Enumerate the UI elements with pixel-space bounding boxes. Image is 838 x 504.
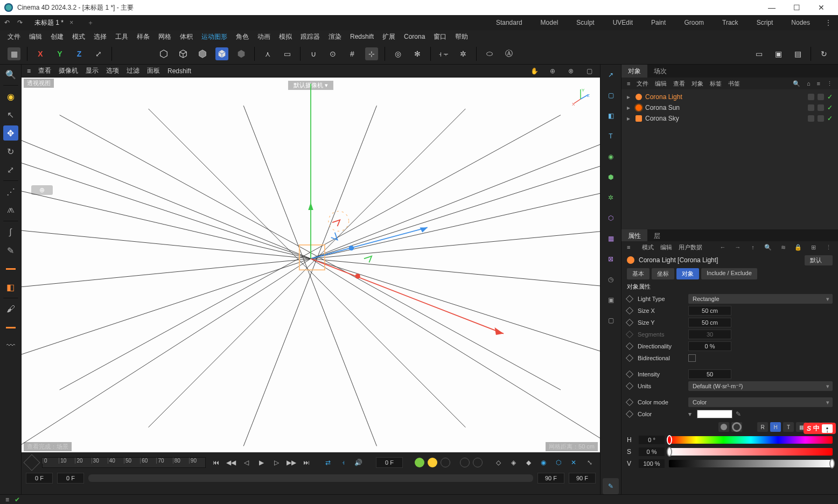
menu-redshift[interactable]: Redshift	[350, 33, 374, 40]
extrude-icon[interactable]: ◧	[3, 279, 18, 295]
refresh-icon[interactable]: ↻	[818, 47, 830, 60]
zoom-icon[interactable]: ⊕	[547, 67, 558, 75]
loop-icon[interactable]: ⇄	[322, 457, 334, 468]
k1-icon[interactable]: ◇	[492, 457, 504, 468]
rotate-icon[interactable]: ↻	[3, 144, 18, 159]
cluster-tool-icon[interactable]: ⬢	[603, 169, 619, 185]
tab-attributes[interactable]: 属性	[621, 229, 647, 241]
val-slider[interactable]	[669, 460, 833, 467]
subtab-object[interactable]: 对象	[676, 268, 699, 279]
color-mode-t[interactable]: T	[783, 422, 794, 432]
object-row[interactable]: ▸ Corona Light ✓	[627, 92, 833, 102]
annotation-icon[interactable]: Ⓐ	[502, 47, 515, 60]
expand-icon[interactable]: ▸	[627, 93, 632, 101]
obj-menu-file[interactable]: 文件	[637, 80, 648, 88]
camera-tool-icon[interactable]: ▣	[603, 292, 619, 308]
expand-icon[interactable]: ▾	[688, 410, 694, 418]
expand-icon[interactable]: ▸	[627, 104, 632, 111]
point-tool-icon[interactable]: ◉	[603, 149, 619, 165]
plane-icon[interactable]: ▭	[281, 47, 294, 60]
paint-icon[interactable]: 🖌	[3, 302, 18, 317]
goto-end-icon[interactable]: ⏭	[301, 457, 312, 468]
clock-tool-icon[interactable]: ◷	[603, 271, 619, 288]
sound-icon[interactable]: 🔊	[352, 457, 364, 468]
mode-uvedit[interactable]: UVEdit	[607, 17, 638, 29]
attr-more-icon[interactable]: ⋮	[824, 244, 833, 251]
screen-tool-icon[interactable]: ▢	[603, 312, 619, 328]
magnet-icon[interactable]: ∪	[307, 47, 320, 60]
more-menu-icon[interactable]: ⋮	[823, 17, 834, 29]
menu-extensions[interactable]: 扩展	[382, 32, 395, 41]
quantize-icon[interactable]: ⊹	[365, 47, 378, 60]
visibility-toggle[interactable]	[808, 94, 814, 100]
tab-layers[interactable]: 层	[647, 229, 667, 241]
object-tree[interactable]: ▸ Corona Light ✓ ▸ Corona Sun ✓ ▸ Corona…	[621, 89, 838, 229]
timeline-scrub[interactable]	[88, 474, 533, 482]
attr-hamburger-icon[interactable]: ≡	[627, 244, 636, 250]
color-mode-h[interactable]: H	[770, 422, 781, 432]
edit-tool-icon[interactable]: ✎	[603, 478, 619, 494]
vp-menu-view[interactable]: 查看	[38, 66, 51, 75]
size-x-field[interactable]: 50 cm	[688, 306, 731, 316]
keyframe-diamond-icon[interactable]	[626, 410, 633, 418]
close-tab-icon[interactable]: ×	[69, 19, 73, 26]
mode-script[interactable]: Script	[751, 17, 779, 29]
subtab-basic[interactable]: 基本	[627, 268, 650, 279]
knife-icon[interactable]: ✎	[3, 243, 18, 258]
play-icon[interactable]: ▶	[255, 457, 267, 468]
picture-viewer-icon[interactable]: ▣	[772, 47, 785, 60]
vp-menu-camera[interactable]: 摄像机	[59, 66, 78, 75]
minimize-button[interactable]: —	[759, 0, 784, 15]
next-key-icon[interactable]: ▶▶	[285, 457, 297, 468]
timeline-collapse-icon[interactable]: ⤡	[584, 457, 596, 468]
attr-search-icon[interactable]: 🔍	[764, 244, 772, 251]
orbit-icon[interactable]: ⊗	[565, 67, 576, 75]
visibility-toggle[interactable]	[808, 104, 814, 111]
rec-key2-icon[interactable]	[473, 458, 483, 467]
menu-edit[interactable]: 编辑	[29, 32, 42, 41]
obj-more-icon[interactable]: ⋮	[827, 80, 833, 87]
status-hamburger-icon[interactable]: ≡	[5, 496, 9, 503]
render-settings-icon[interactable]: ▤	[791, 47, 804, 60]
mode-model[interactable]: Model	[535, 17, 564, 29]
k3-icon[interactable]: ◆	[522, 457, 534, 468]
world-axis-icon[interactable]: ⤢	[92, 47, 105, 60]
sat-slider[interactable]	[669, 448, 833, 456]
enabled-check-icon[interactable]: ✓	[827, 93, 833, 101]
attr-menu-edit[interactable]: 编辑	[660, 243, 672, 251]
keyframe-diamond-icon[interactable]	[626, 398, 633, 406]
color-swatch[interactable]	[697, 410, 732, 418]
obj-menu-view[interactable]: 查看	[673, 80, 685, 88]
cube-solid-icon[interactable]	[215, 47, 228, 60]
mode-groom[interactable]: Groom	[679, 17, 709, 29]
rect-tool-icon[interactable]: ▢	[603, 87, 619, 103]
vp-menu-redshift[interactable]: Redshift	[167, 67, 191, 75]
rec-key1-icon[interactable]	[460, 458, 470, 467]
grid-tool-icon[interactable]: ▦	[603, 230, 619, 247]
attr-filter-icon[interactable]: ≋	[779, 244, 787, 251]
color-mode-select[interactable]: Color	[688, 397, 833, 407]
snap-icon[interactable]: ⊙	[326, 47, 339, 60]
vp-menu-panel[interactable]: 面板	[147, 66, 160, 75]
directionality-field[interactable]: 0 %	[688, 341, 731, 351]
maximize-viewport-icon[interactable]: ▢	[584, 67, 595, 75]
mode-paint[interactable]: Paint	[646, 17, 671, 29]
keyframe-diamond-icon[interactable]	[626, 382, 633, 390]
nav-fwd-icon[interactable]: →	[734, 244, 742, 250]
v-value-field[interactable]: 100 %	[639, 459, 665, 468]
visibility-toggle[interactable]	[808, 115, 814, 122]
step-back-icon[interactable]: ◁	[240, 457, 252, 468]
menu-help[interactable]: 帮助	[455, 32, 468, 41]
rec-pos-icon[interactable]	[441, 458, 450, 467]
range-start-field[interactable]: 0 F	[26, 473, 53, 484]
menu-volume[interactable]: 体积	[180, 32, 193, 41]
vp-menu-display[interactable]: 显示	[86, 66, 99, 75]
autokey-set-icon[interactable]	[428, 458, 437, 467]
path-icon[interactable]: 〰	[3, 338, 18, 353]
obj-search-icon[interactable]: 🔍	[793, 80, 800, 87]
expand-icon[interactable]: ▸	[627, 115, 632, 122]
mirror-icon[interactable]: ⫞⫟	[437, 47, 450, 60]
obj-menu-object[interactable]: 对象	[692, 80, 703, 88]
brush-icon[interactable]: ∫	[3, 225, 18, 240]
menu-tool[interactable]: 工具	[115, 32, 128, 41]
